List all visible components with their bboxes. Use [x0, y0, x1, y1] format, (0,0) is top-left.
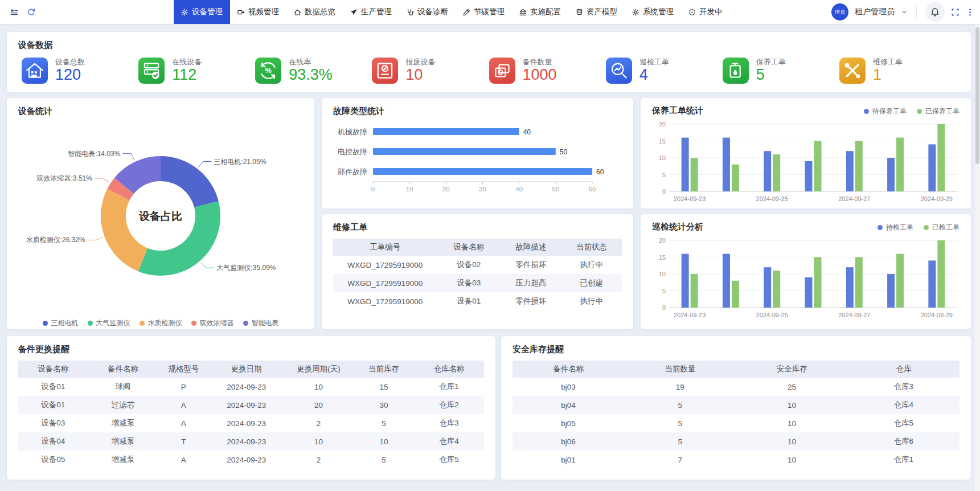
svg-text:10: 10 — [659, 154, 666, 161]
table-row[interactable]: 设备03增减泵A2024-09-2325仓库3 — [18, 414, 484, 432]
stat-label: 巡检工单 — [639, 58, 669, 67]
nav-item-4[interactable]: 生产管理 — [343, 0, 399, 24]
nav-item-2[interactable]: 视频管理 — [230, 0, 286, 24]
svg-text:20: 20 — [442, 186, 450, 193]
legend-item[interactable]: 大气监测仪 — [88, 318, 130, 328]
table-row[interactable]: WXGD_17295919000设备02零件损坏执行中 — [333, 256, 622, 274]
legend-dot — [243, 321, 248, 326]
table-row[interactable]: bj031925仓库3 — [512, 378, 960, 396]
svg-text:5: 5 — [662, 288, 666, 294]
table-cell: 增减泵 — [88, 432, 158, 451]
column-header: 备件名称 — [88, 361, 158, 378]
stat-label: 备件数量 — [523, 58, 557, 67]
stat-value: 93.3% — [289, 66, 333, 83]
scrap-icon — [372, 58, 398, 84]
table-row[interactable]: bj01710仓库1 — [512, 451, 960, 469]
svg-text:10: 10 — [659, 271, 666, 277]
table-row[interactable]: bj04510仓库4 — [512, 396, 960, 414]
table-row[interactable]: bj06510仓库6 — [512, 432, 960, 451]
table-cell: 5 — [624, 432, 736, 451]
table-cell: 压力超高 — [501, 274, 561, 292]
menu-icon[interactable] — [10, 8, 18, 16]
more-menu-icon[interactable] — [966, 8, 974, 17]
top-navbar: 设备管理视频管理数据总览生产管理设备诊断节碳管理实施配置资产模型系统管理开发中 … — [0, 0, 980, 24]
nav-item-7[interactable]: 实施配置 — [512, 0, 568, 24]
column-header: 备件名称 — [512, 361, 624, 378]
avatar[interactable]: 理员 — [831, 3, 848, 21]
legend-item[interactable]: 智能电表 — [243, 318, 279, 328]
table-row[interactable]: 设备01过滤芯A2024-09-232030仓库2 — [18, 396, 484, 414]
legend-dot — [878, 225, 883, 230]
notifications-button[interactable] — [925, 2, 945, 22]
nav-item-9[interactable]: 系统管理 — [625, 0, 681, 24]
table-cell: 10 — [736, 414, 848, 432]
legend-dot — [43, 321, 48, 326]
column-header: 仓库 — [848, 361, 960, 378]
table-cell: 增减泵 — [88, 451, 158, 469]
dev-icon — [688, 9, 696, 16]
table-cell: 设备02 — [437, 256, 501, 274]
table-cell: WXGD_17295919000 — [333, 256, 437, 274]
nav-item-5[interactable]: 设备诊断 — [399, 0, 456, 24]
navbar-left — [10, 0, 35, 24]
legend-item[interactable]: 待保养工单 — [864, 107, 907, 116]
table-cell: 仓库1 — [848, 451, 960, 469]
svg-text:0: 0 — [662, 188, 666, 195]
nav-item-3[interactable]: 数据总览 — [286, 0, 343, 24]
copies-icon — [489, 58, 515, 84]
legend-item[interactable]: 待检工单 — [878, 223, 913, 232]
table-cell: 19 — [624, 378, 736, 396]
table-row[interactable]: 设备04增减泵T2024-09-231010仓库4 — [18, 432, 484, 451]
legend-item[interactable]: 水质检测仪 — [140, 318, 182, 328]
table-cell: 10 — [284, 432, 354, 451]
nav-menu: 设备管理视频管理数据总览生产管理设备诊断节碳管理实施配置资产模型系统管理开发中 — [174, 0, 730, 24]
svg-text:2024-09-23: 2024-09-23 — [674, 312, 706, 318]
maintenance-bar-chart: 051015202024-09-232024-09-252024-09-2720… — [641, 116, 971, 206]
table-cell: 2 — [284, 451, 354, 469]
chevron-down-icon[interactable] — [901, 9, 908, 15]
nav-item-label: 实施配置 — [530, 7, 561, 17]
table-row[interactable]: 设备01球阀P2024-09-231015仓库1 — [18, 378, 484, 396]
stat-value: 1000 — [523, 66, 557, 83]
table-cell: A — [158, 396, 209, 414]
nav-item-label: 系统管理 — [643, 7, 674, 17]
fault-panel-title: 故障类型统计 — [322, 98, 633, 117]
nav-item-8[interactable]: 资产模型 — [568, 0, 625, 24]
nav-item-10[interactable]: 开发中 — [681, 0, 730, 24]
legend-dot — [88, 321, 93, 326]
table-cell: 仓库6 — [848, 432, 960, 451]
nav-item-1[interactable]: 设备管理 — [174, 0, 230, 24]
table-cell: bj03 — [512, 378, 624, 396]
stat-card-4: 报废设备10 — [372, 58, 489, 84]
stat-label: 维修工单 — [873, 58, 903, 67]
table-row[interactable]: 设备05增减泵A2024-09-2325仓库5 — [18, 451, 484, 469]
user-name[interactable]: 租户管理员 — [855, 7, 895, 17]
column-header: 规格型号 — [158, 361, 209, 378]
legend-item[interactable]: 已保养工单 — [917, 107, 960, 116]
table-cell: 2 — [284, 414, 354, 432]
table-cell: 10 — [284, 378, 354, 396]
legend-dot — [924, 225, 929, 230]
legend-item[interactable]: 三相电机 — [43, 318, 79, 328]
video-icon — [237, 9, 245, 16]
column-header: 当前数量 — [624, 361, 736, 378]
stat-value: 5 — [756, 66, 786, 83]
table-cell: 仓库5 — [414, 451, 484, 469]
server-icon — [138, 58, 165, 84]
table-row[interactable]: bj05510仓库5 — [512, 414, 960, 432]
fullscreen-icon[interactable] — [951, 8, 960, 17]
table-cell: 设备01 — [18, 378, 88, 396]
table-header-row: 备件名称当前数量安全库存仓库 — [512, 361, 960, 378]
table-row[interactable]: WXGD_17295919000设备01零件损坏执行中 — [333, 292, 622, 310]
stat-label: 设备总数 — [55, 58, 85, 67]
svg-text:0: 0 — [371, 186, 375, 193]
refresh-icon[interactable] — [27, 8, 35, 16]
table-cell: 仓库5 — [848, 414, 960, 432]
nav-item-6[interactable]: 节碳管理 — [456, 0, 512, 24]
scrollbar-thumb[interactable] — [975, 27, 979, 164]
legend-item[interactable]: 已检工单 — [924, 223, 960, 232]
table-cell: 球阀 — [88, 378, 158, 396]
legend-item[interactable]: 双效浓缩器 — [191, 318, 234, 328]
table-row[interactable]: WXGD_17295919000设备03压力超高已创建 — [333, 274, 622, 292]
stat-value: 120 — [55, 66, 85, 83]
